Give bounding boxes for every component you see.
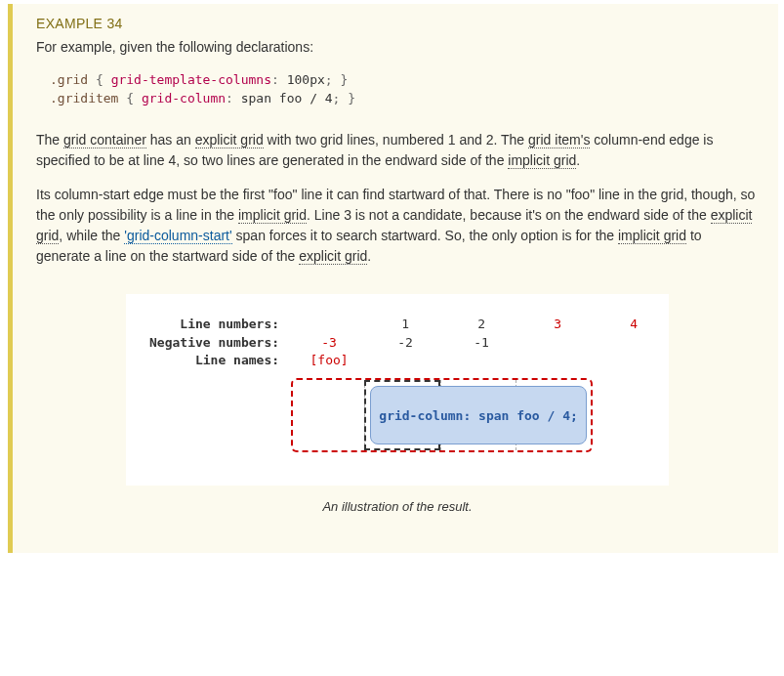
example-box: EXAMPLE 34 For example, given the follow… [8, 4, 778, 553]
label-line-names: Line names: [149, 352, 279, 370]
neg-number-4 [596, 334, 672, 353]
neg-number-0: -3 [291, 334, 367, 353]
term-grid-item[interactable]: grid item's [528, 132, 590, 148]
code-brace: } [348, 91, 355, 106]
label-negative-numbers: Negative numbers: [149, 334, 279, 353]
text: The [36, 132, 63, 148]
code-colon: : [226, 91, 233, 106]
line-name-foo: [foo] [291, 352, 367, 370]
figure-labels-column: Line numbers: Negative numbers: Line nam… [149, 316, 279, 453]
text: with two grid lines, numbered 1 and 2. T… [264, 132, 528, 148]
text: , while the [59, 228, 124, 243]
neg-number-3 [519, 334, 596, 353]
implicit-track-left [293, 380, 365, 450]
figure: Line numbers: Negative numbers: Line nam… [126, 294, 669, 515]
code-block: .grid { grid-template-columns: 100px; } … [36, 71, 759, 108]
code-brace: } [340, 72, 348, 87]
text: span forces it to search startward. So, … [232, 228, 618, 243]
row-line-numbers: 1 2 3 4 [291, 316, 672, 334]
figure-caption: An illustration of the result. [126, 499, 669, 514]
term-implicit-grid[interactable]: implicit grid [508, 152, 576, 169]
explicit-track: grid-column: span foo / 4; [364, 380, 440, 450]
code-selector: .griditem [50, 91, 118, 106]
label-line-numbers: Line numbers: [149, 316, 279, 334]
code-selector: .grid [50, 72, 88, 87]
line-number-empty [291, 316, 367, 334]
line-number-1: 1 [367, 316, 443, 334]
explanation-paragraph-2: Its column-start edge must be the first … [36, 185, 759, 267]
explanation-paragraph-1: The grid container has an explicit grid … [36, 130, 759, 171]
term-explicit-grid[interactable]: explicit grid [299, 248, 367, 265]
code-semicolon: ; [325, 72, 333, 87]
page: EXAMPLE 34 For example, given the follow… [0, 0, 784, 676]
line-number-4: 4 [596, 316, 672, 334]
row-negative-numbers: -3 -2 -1 [291, 334, 672, 353]
figure-body: Line numbers: Negative numbers: Line nam… [126, 294, 669, 486]
term-grid-container[interactable]: grid container [63, 132, 146, 148]
figure-grid-area: 1 2 3 4 -3 -2 -1 [foo] [291, 316, 672, 453]
property-link-grid-column-start[interactable]: 'grid-column-start' [124, 228, 231, 244]
line-number-3: 3 [519, 316, 596, 334]
code-value: 100px [287, 72, 325, 87]
text: . [576, 152, 580, 168]
row-line-names: [foo] [291, 352, 672, 370]
neg-number-1: -2 [367, 334, 443, 353]
illustration-row: grid-column: span foo / 4; [291, 378, 672, 452]
code-brace: { [126, 91, 134, 106]
example-header: EXAMPLE 34 [36, 16, 759, 31]
implicit-grid-outline: grid-column: span foo / 4; [291, 378, 593, 452]
text: . Line 3 is not a candidate, because it'… [307, 207, 711, 223]
grid-item-span: grid-column: span foo / 4; [370, 386, 587, 444]
code-property: grid-column [142, 91, 226, 106]
code-colon: : [271, 72, 279, 87]
line-number-2: 2 [443, 316, 519, 334]
text: . [367, 248, 371, 264]
neg-number-2: -1 [443, 334, 519, 353]
code-brace: { [96, 72, 103, 87]
code-property: grid-template-columns [111, 72, 271, 87]
term-implicit-grid[interactable]: implicit grid [238, 207, 307, 224]
intro-paragraph: For example, given the following declara… [36, 37, 759, 58]
code-semicolon: ; [333, 91, 341, 106]
term-implicit-grid[interactable]: implicit grid [618, 228, 686, 244]
code-value: span foo / 4 [241, 91, 333, 106]
term-explicit-grid[interactable]: explicit grid [195, 132, 264, 148]
text: has an [146, 132, 195, 148]
